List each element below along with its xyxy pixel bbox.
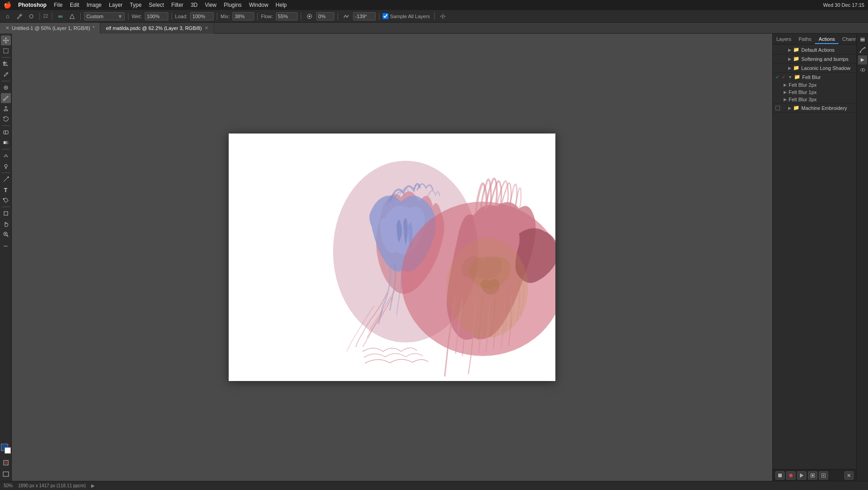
path-selection-tool[interactable]	[1, 195, 11, 205]
shape-tool[interactable]	[1, 208, 11, 218]
wet-input[interactable]: 100%	[145, 12, 168, 20]
tab-actions[interactable]: Actions	[815, 35, 839, 44]
menu-window[interactable]: Window	[246, 1, 272, 9]
tab-paths[interactable]: Paths	[795, 35, 815, 44]
color-swatches[interactable]	[1, 444, 11, 454]
stop-button[interactable]	[775, 471, 785, 480]
selection-tool[interactable]	[1, 46, 11, 56]
apple-menu[interactable]: 🍎	[4, 1, 11, 9]
text-tool[interactable]: T	[1, 185, 11, 195]
move-tool[interactable]	[1, 35, 11, 45]
symmetry-icon[interactable]	[438, 11, 448, 21]
menu-select[interactable]: Select	[146, 1, 167, 9]
tab-untitled[interactable]: ✕ Untitled-1 @ 50% (Layer 1, RGB/8) *	[0, 23, 100, 34]
menu-view[interactable]: View	[201, 1, 220, 9]
menu-help[interactable]: Help	[272, 1, 290, 9]
action-name-laconic: Laconic Long Shadow	[801, 65, 853, 71]
menu-image[interactable]: Image	[83, 1, 105, 9]
new-set-button[interactable]	[808, 471, 817, 480]
action-expand-felt-blur[interactable]: ▼	[788, 75, 792, 79]
action-expand-laconic[interactable]: ▶	[788, 66, 791, 70]
load-input[interactable]: 100%	[190, 12, 214, 20]
action-group-felt-blur-header[interactable]: ✓ ✓ ▼ 📁 Felt Blur	[773, 73, 856, 81]
delete-button[interactable]	[844, 471, 853, 480]
menu-filter[interactable]: Filter	[168, 1, 186, 9]
action-item-fb3px[interactable]: ▶ Felt Blur 3px	[773, 96, 856, 103]
far-right-actions-icon[interactable]	[858, 55, 867, 64]
background-color[interactable]	[5, 447, 11, 454]
left-tools-panel: T •••	[0, 34, 12, 481]
smoothing-icon[interactable]	[341, 11, 351, 21]
action-item-fb2px[interactable]: ▶ Felt Blur 2px	[773, 81, 856, 89]
action-expand-default[interactable]: ▶	[788, 48, 791, 52]
action-name-softening: Softening and bumps	[801, 56, 853, 62]
quick-mask-btn[interactable]	[1, 458, 11, 468]
svg-point-40	[862, 69, 865, 71]
action-group-laconic-header[interactable]: ▶ 📁 Laconic Long Shadow	[773, 64, 856, 72]
airbrush-toggle[interactable]	[304, 11, 314, 21]
sample-all-checkbox[interactable]	[383, 13, 388, 19]
action-expand-embroidery[interactable]: ▶	[788, 106, 791, 110]
brush-preset-picker[interactable]	[26, 11, 36, 21]
brush-tool-indicator	[15, 11, 25, 21]
action-folder-felt-blur: 📁	[794, 74, 800, 80]
svg-point-28	[789, 474, 793, 477]
angle-input[interactable]: -139°	[353, 12, 376, 20]
pen-tool[interactable]	[1, 174, 11, 184]
flow-input[interactable]: 55%	[276, 12, 298, 20]
svg-rect-2	[58, 15, 63, 18]
brush-preset-value: Custom	[86, 14, 103, 19]
eyedropper-tool[interactable]	[1, 69, 11, 79]
menu-3d[interactable]: 3D	[187, 1, 201, 9]
healing-tool[interactable]	[1, 83, 11, 93]
tab-close-elf[interactable]: ✕	[205, 26, 208, 30]
brush-shape-icon[interactable]	[55, 11, 65, 21]
dodge-tool[interactable]	[1, 161, 11, 171]
far-right-layers-icon[interactable]	[858, 35, 867, 45]
action-group-embroidery-header[interactable]: ▶ 📁 Machine Embroidery	[773, 104, 856, 112]
action-item-fb1px[interactable]: ▶ Felt Blur 1px	[773, 89, 856, 96]
gradient-tool[interactable]	[1, 138, 11, 148]
far-right-panel	[856, 34, 868, 481]
status-arrow[interactable]: ▶	[91, 483, 95, 488]
tab-layers[interactable]: Layers	[773, 35, 795, 44]
blur-tool[interactable]	[1, 151, 11, 161]
menu-file[interactable]: File	[51, 1, 66, 9]
svg-point-13	[7, 177, 9, 178]
action-folder-softening: 📁	[793, 56, 799, 62]
record-button[interactable]	[786, 471, 795, 480]
toolbar-separator-11	[434, 13, 435, 20]
action-group-softening-header[interactable]: ▶ 📁 Softening and bumps	[773, 54, 856, 63]
screen-mode-btn[interactable]	[1, 469, 11, 479]
brush-tool[interactable]	[1, 93, 11, 103]
menu-type[interactable]: Type	[127, 1, 145, 9]
crop-tool[interactable]	[1, 59, 11, 69]
svg-rect-35	[860, 39, 865, 40]
menu-layer[interactable]: Layer	[106, 1, 126, 9]
action-group-laconic: ▶ 📁 Laconic Long Shadow	[773, 64, 856, 73]
home-icon[interactable]: ⌂	[3, 11, 13, 21]
actions-list: ▶ 📁 Default Actions ▶ 📁 Softening and bu…	[773, 45, 856, 469]
brush-preset-dropdown[interactable]: Custom ▼	[84, 12, 125, 20]
tab-elf-matilda[interactable]: elf matilda.psdc @ 62.2% (Layer 3, RGB/8…	[100, 23, 214, 34]
play-button[interactable]	[797, 471, 806, 480]
toolbar-separator-2	[52, 13, 52, 20]
menu-edit[interactable]: Edit	[67, 1, 83, 9]
far-right-paths-icon[interactable]	[858, 45, 867, 54]
menu-plugins[interactable]: Plugins	[221, 1, 245, 9]
brush-mode-icon[interactable]	[67, 11, 77, 21]
eraser-tool[interactable]	[1, 127, 11, 137]
action-group-default-header[interactable]: ▶ 📁 Default Actions	[773, 45, 856, 54]
hand-tool[interactable]	[1, 219, 11, 229]
action-expand-softening[interactable]: ▶	[788, 57, 791, 61]
zoom-tool[interactable]	[1, 229, 11, 239]
extra-tools[interactable]: •••	[1, 241, 11, 251]
tool-sep-1	[2, 57, 10, 58]
menu-photoshop[interactable]: Photoshop	[15, 1, 50, 9]
new-action-button[interactable]	[819, 471, 828, 480]
clone-stamp-tool[interactable]	[1, 104, 11, 114]
opacity-input[interactable]: 0%	[316, 12, 334, 20]
far-right-channels-icon[interactable]	[858, 65, 867, 74]
history-brush-tool[interactable]	[1, 114, 11, 124]
mix-input[interactable]: 38%	[232, 12, 254, 20]
